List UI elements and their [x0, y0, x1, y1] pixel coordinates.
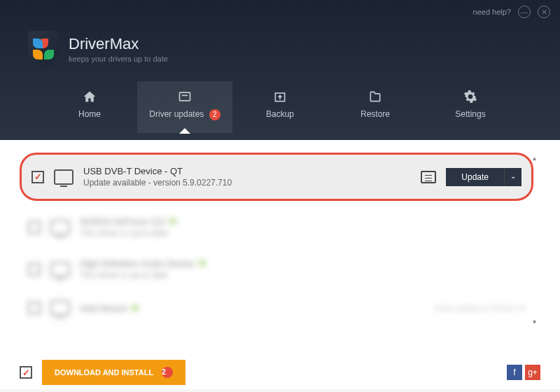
driver-checkbox[interactable]: [31, 171, 44, 183]
nav-restore[interactable]: Restore: [328, 81, 423, 133]
driver-status: Update available - version 5.9.0227.710: [83, 178, 411, 188]
svg-rect-0: [180, 92, 190, 101]
logo-area: DriverMax keeps your drivers up to date: [0, 24, 560, 81]
close-button[interactable]: ✕: [538, 6, 550, 18]
monitor-icon: [50, 262, 70, 277]
facebook-icon[interactable]: f: [507, 365, 522, 380]
driver-row[interactable]: Intel(R) 82801 PCI Bridge - 244E Driver …: [20, 326, 533, 328]
google-plus-icon[interactable]: g+: [525, 365, 540, 380]
driver-status: This driver is up-to-date: [80, 228, 525, 238]
update-dropdown[interactable]: ⌄: [504, 168, 522, 186]
driver-checkbox[interactable]: [28, 302, 41, 314]
update-button[interactable]: Update: [446, 168, 504, 186]
minimize-button[interactable]: —: [518, 6, 531, 18]
status-dot-icon: [132, 304, 139, 312]
driver-row-highlighted[interactable]: USB DVB-T Device - QT Update available -…: [20, 153, 533, 201]
home-icon: [82, 90, 97, 104]
backup-icon: [272, 90, 288, 104]
monitor-icon: [50, 220, 70, 235]
status-dot-icon: [169, 218, 176, 225]
help-link[interactable]: need help?: [473, 8, 511, 16]
app-logo-icon: [28, 31, 59, 67]
driver-row[interactable]: High Definition Audio Device This driver…: [20, 248, 533, 290]
nav-home[interactable]: Home: [42, 81, 137, 133]
app-tagline: keeps your drivers up to date: [69, 55, 168, 63]
driver-name: USB DVB-T Device - QT: [83, 166, 411, 176]
nav-driver-updates[interactable]: Driver updates 2: [137, 81, 232, 133]
driver-list[interactable]: USB DVB-T Device - QT Update available -…: [20, 153, 540, 328]
monitor-icon: [54, 169, 74, 185]
updates-badge: 2: [209, 109, 220, 120]
scroll-up-icon[interactable]: ▴: [529, 154, 539, 164]
app-title: DriverMax: [69, 35, 168, 53]
details-icon[interactable]: [421, 171, 436, 183]
restore-icon: [368, 90, 383, 104]
updates-icon: [177, 90, 192, 104]
driver-status: This driver is up-to-date: [80, 270, 525, 280]
driver-name: Intel Device: [80, 303, 425, 314]
download-install-button[interactable]: DOWNLOAD AND INSTALL 2: [42, 360, 186, 385]
driver-checkbox[interactable]: [28, 263, 41, 276]
driver-row[interactable]: NVIDIA GeForce 210 This driver is up-to-…: [20, 206, 533, 248]
driver-row[interactable]: Intel Device Driver updated on 03-Nov-16: [20, 290, 533, 326]
download-badge: 2: [162, 367, 173, 378]
scroll-down-icon[interactable]: ▾: [529, 318, 539, 328]
footer-copyright: © 2017 DriverMax PRO version 9.17: [0, 389, 560, 392]
gear-icon: [463, 90, 478, 104]
driver-name: NVIDIA GeForce 210: [80, 216, 525, 227]
select-all-checkbox[interactable]: [20, 366, 32, 379]
driver-checkbox[interactable]: [28, 221, 41, 234]
windows-icon: [50, 300, 70, 316]
driver-updated-date: Driver updated on 03-Nov-16: [435, 304, 525, 312]
driver-name: High Definition Audio Device: [80, 258, 525, 269]
nav-settings[interactable]: Settings: [423, 81, 518, 133]
nav-backup[interactable]: Backup: [232, 81, 328, 133]
status-dot-icon: [199, 260, 206, 267]
